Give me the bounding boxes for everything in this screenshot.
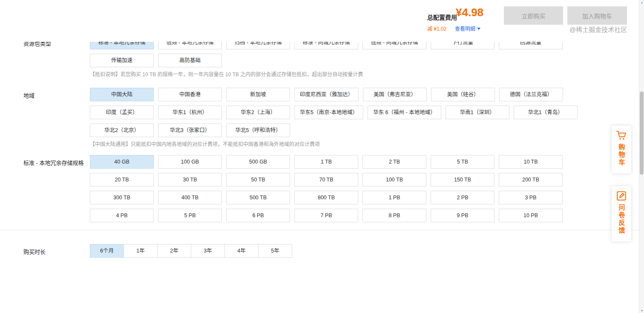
package-type-option[interactable]: 高防基础	[158, 54, 222, 67]
spec-option[interactable]: 4 PB	[90, 209, 154, 222]
spec-option[interactable]: 10 TB	[499, 155, 563, 169]
bottom-action-bar: 总配置费用 ¥4.98 减 ¥1.02 查看明细 立即购买 加入购物车 @稀土掘…	[0, 0, 644, 42]
spec-option[interactable]: 5 PB	[158, 209, 222, 222]
region-label: 地域	[0, 88, 90, 147]
package-type-row: 资源包类型 标准 - 本地冗余存储 低频 - 本地冗余存储 归档 - 本地冗余存…	[0, 36, 644, 78]
duration-row: 购买时长 6个月 1年 2年 3年 4年 5年	[0, 244, 644, 258]
spec-option[interactable]: 100 TB	[362, 173, 426, 187]
view-detail-link[interactable]: 查看明细	[455, 25, 480, 32]
spec-option[interactable]: 10 PB	[499, 209, 563, 222]
region-option[interactable]: 印度尼西亚（雅加达）	[294, 88, 359, 101]
region-row: 地域 中国大陆 中国香港 新加坡 印度尼西亚（雅加达） 美国（弗吉尼亚）	[0, 88, 644, 147]
spec-option[interactable]: 7 PB	[294, 209, 358, 222]
feedback-widget[interactable]: 问卷反馈	[612, 186, 631, 241]
region-option[interactable]: 华东2（上海）	[226, 106, 290, 119]
deduction-note: 【抵扣说明】若您购买 10 TB 的规格一年，则一年内容量在 10 TB 之内的…	[90, 72, 618, 78]
spec-option[interactable]: 3 PB	[499, 191, 563, 204]
feedback-widget-label: 问卷反馈	[617, 204, 626, 235]
spec-option[interactable]: 500 GB	[226, 155, 290, 169]
spec-option[interactable]: 2 PB	[431, 191, 494, 204]
region-option[interactable]: 华东 6（福州 - 本地地域）	[368, 106, 441, 119]
total-price: ¥4.98	[456, 6, 483, 19]
package-type-option[interactable]: 传输加速	[90, 54, 154, 67]
spec-option[interactable]: 40 GB	[90, 155, 154, 169]
region-option[interactable]: 华北1（青岛）	[514, 106, 578, 119]
region-option[interactable]: 印度（孟买）	[90, 106, 154, 119]
spec-option[interactable]: 1 PB	[362, 191, 426, 204]
duration-option[interactable]: 3年	[191, 244, 225, 258]
spec-option[interactable]: 1 TB	[294, 155, 358, 169]
duration-option[interactable]: 5年	[258, 244, 292, 258]
spec-option[interactable]: 500 TB	[226, 191, 290, 204]
spec-option[interactable]: 8 PB	[362, 209, 426, 222]
spec-option[interactable]: 300 TB	[90, 191, 154, 204]
spec-row: 标准 - 本地冗余存储规格 40 GB 100 GB 500 GB 1 TB 2…	[0, 155, 644, 222]
spec-option[interactable]: 800 TB	[294, 191, 358, 204]
region-option[interactable]: 华北2（北京）	[90, 123, 154, 137]
survey-edit-icon	[612, 190, 631, 201]
region-option[interactable]: 美国（弗吉尼亚）	[363, 88, 427, 101]
watermark: @稀土掘金技术社区	[569, 25, 627, 34]
spec-options: 40 GB 100 GB 500 GB 1 TB 2 TB 5 TB 10 TB	[90, 155, 601, 222]
region-option[interactable]: 新加坡	[226, 88, 290, 101]
duration-label: 购买时长	[0, 244, 90, 258]
scrollbar[interactable]: ▲ ▼	[639, 0, 644, 313]
buy-now-button[interactable]: 立即购买	[504, 6, 563, 25]
spec-option[interactable]: 200 TB	[499, 173, 563, 187]
spec-option[interactable]: 400 TB	[158, 191, 222, 204]
duration-option[interactable]: 4年	[224, 244, 259, 258]
package-type-label: 资源包类型	[0, 36, 90, 78]
region-option[interactable]: 华东5（南京-本地地域）	[294, 106, 363, 119]
duration-option[interactable]: 2年	[157, 244, 191, 258]
shopping-cart-icon	[612, 130, 631, 141]
spec-option[interactable]: 20 TB	[90, 173, 154, 187]
cart-widget-label: 购物车	[617, 144, 626, 167]
region-option[interactable]: 德国（法兰克福）	[499, 88, 563, 101]
spec-option[interactable]: 9 PB	[431, 209, 494, 222]
region-option[interactable]: 美国（硅谷）	[431, 88, 495, 101]
scroll-up-arrow-icon[interactable]: ▲	[639, 1, 644, 4]
spec-option[interactable]: 100 GB	[158, 155, 222, 169]
cart-widget[interactable]: 购物车	[612, 126, 631, 173]
section-divider	[0, 230, 644, 230]
scrollbar-thumb[interactable]	[640, 92, 644, 175]
region-options: 中国大陆 中国香港 新加坡 印度尼西亚（雅加达） 美国（弗吉尼亚） 美国（硅谷）…	[90, 88, 601, 137]
discount-amount: 减 ¥1.02	[427, 25, 446, 32]
chevron-down-icon	[477, 28, 480, 30]
spec-option[interactable]: 70 TB	[294, 173, 358, 187]
duration-option[interactable]: 1年	[124, 244, 158, 258]
region-option[interactable]: 中国香港	[158, 88, 222, 101]
purchase-config-page: 商品类型 OSS 预留空间 OSS 无地域属性预留空间 OSS 资源包 资源包类…	[0, 0, 644, 313]
spec-option[interactable]: 2 TB	[362, 155, 426, 169]
region-option[interactable]: 华北5（呼和浩特）	[226, 123, 290, 137]
spec-option[interactable]: 150 TB	[431, 173, 494, 187]
duration-options: 6个月 1年 2年 3年 4年 5年	[90, 244, 601, 258]
region-option[interactable]: 华南1（深圳）	[446, 106, 509, 119]
spec-option[interactable]: 50 TB	[226, 173, 290, 187]
region-option[interactable]: 华东1（杭州）	[158, 106, 222, 119]
add-to-cart-button[interactable]: 加入购物车	[567, 6, 627, 25]
total-fee-label: 总配置费用	[427, 13, 457, 21]
scroll-down-arrow-icon[interactable]: ▼	[639, 309, 644, 312]
spec-option[interactable]: 5 TB	[431, 155, 494, 169]
spec-option[interactable]: 6 PB	[226, 209, 290, 222]
region-note: 【中国大陆通用】只能抵扣中国内地各地域的对应计费项，不能抵扣中国香港和海外地域的…	[90, 141, 618, 147]
duration-option[interactable]: 6个月	[90, 244, 124, 258]
view-detail-text: 查看明细	[455, 26, 475, 32]
region-option[interactable]: 华北3（张家口）	[158, 123, 222, 137]
spec-option[interactable]: 30 TB	[158, 173, 222, 187]
region-option[interactable]: 中国大陆	[90, 88, 154, 101]
spec-label: 标准 - 本地冗余存储规格	[0, 155, 90, 222]
